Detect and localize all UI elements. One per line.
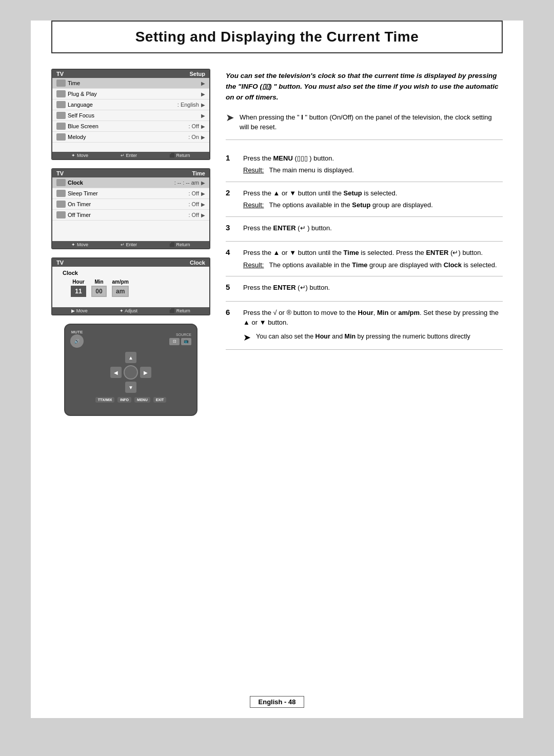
screen1-footer: ✦ Move ↵ Enter ⬛ Return — [52, 152, 209, 159]
dpad-center[interactable] — [124, 365, 138, 380]
tip-arrow-icon: ➤ — [226, 111, 234, 124]
step-6: 6 Press the √ or ® button to move to the… — [226, 302, 503, 350]
screen1-row-bluescreen: Blue Screen : Off ▶ — [52, 121, 209, 132]
screen1-icon-plug — [56, 90, 66, 97]
screen1-icon-language — [56, 101, 66, 108]
step-1-result: Result: The main menu is displayed. — [243, 165, 503, 175]
screen2-row-on: On Timer : Off ▶ — [52, 199, 209, 210]
dpad-up[interactable]: ▲ — [125, 352, 136, 363]
two-col-layout: TV Setup Time ▶ Plug & Play ▶ — [31, 69, 523, 416]
mute-button[interactable]: 🔊 — [70, 334, 84, 348]
tv-btn[interactable]: 📺 — [181, 338, 191, 345]
screen1-label-time: Time — [68, 80, 199, 86]
screen2-row-sleep: Sleep Timer : Off ▶ — [52, 188, 209, 199]
step-3: 3 Press the ENTER (↵ ) button. — [226, 217, 503, 242]
step-6-main: Press the √ or ® button to move to the H… — [243, 308, 503, 328]
dpad-right[interactable]: ▶ — [140, 367, 151, 378]
screen1-row-melody: Melody : On ▶ — [52, 132, 209, 143]
screen1-row-time: Time ▶ — [52, 78, 209, 89]
screen3-header: TV Clock — [52, 258, 209, 267]
screen1-label-language: Language — [68, 102, 175, 108]
clock-title: Clock — [63, 270, 203, 276]
step-5-content: Press the ENTER (↵) button. — [243, 283, 503, 295]
step-1-content: Press the MENU (▯▯▯ ) button. Result: Th… — [243, 153, 503, 175]
step-5-number: 5 — [226, 283, 236, 291]
screen1-label-selffocus: Self Focus — [68, 112, 199, 118]
min-value: 00 — [91, 286, 107, 297]
hour-value: 11 — [71, 286, 86, 297]
screen1-header-right: Setup — [189, 71, 205, 77]
page-footer: English - 48 — [31, 696, 523, 708]
step-2-content: Press the ▲ or ▼ button until the Setup … — [243, 188, 503, 210]
step-6-number: 6 — [226, 308, 236, 316]
screen3-footer: ▶ Move ✦ Adjust ⬛ Return — [52, 307, 209, 314]
step-2-result-label: Result: — [243, 200, 264, 210]
step-4-result: Result: The options available in the Tim… — [243, 260, 503, 270]
step-2-result-text: The options available in the Setup group… — [269, 200, 432, 210]
step-1-result-text: The main menu is displayed. — [269, 165, 353, 175]
tip-text: When pressing the " I " button (On/Off) … — [240, 112, 503, 132]
step-1-main: Press the MENU (▯▯▯ ) button. — [243, 153, 503, 164]
min-label: Min — [94, 279, 103, 285]
screen3-header-left: TV — [56, 260, 64, 266]
screen2-icon-on — [56, 201, 66, 208]
step-2-result: Result: The options available in the Set… — [243, 200, 503, 210]
screen2-icon-sleep — [56, 190, 66, 197]
footer-text: English - 48 — [250, 696, 305, 708]
left-column: TV Setup Time ▶ Plug & Play ▶ — [51, 69, 210, 416]
step-4-content: Press the ▲ or ▼ button until the Time i… — [243, 248, 503, 270]
dpad-down[interactable]: ▼ — [125, 382, 136, 393]
step-5-main: Press the ENTER (↵) button. — [243, 283, 503, 293]
screen1-row-selffocus: Self Focus ▶ — [52, 110, 209, 121]
screen2-time: TV Time Clock : -- : -- am ▶ Sleep Timer… — [51, 168, 210, 249]
info-btn[interactable]: INFO — [117, 397, 131, 403]
screen1-label-plug: Plug & Play — [68, 91, 199, 97]
subtip-arrow-icon: ➤ — [243, 332, 251, 343]
screen1-header: TV Setup — [52, 70, 209, 78]
step-1-number: 1 — [226, 153, 236, 162]
source-btn[interactable]: ⊡ — [169, 338, 180, 345]
step-2: 2 Press the ▲ or ▼ button until the Setu… — [226, 182, 503, 217]
screen3-inner: Clock Hour 11 Min 00 — [52, 267, 209, 307]
screen1-setup: TV Setup Time ▶ Plug & Play ▶ — [51, 69, 210, 160]
screen1-icon-melody — [56, 133, 66, 141]
screen2-row-off: Off Timer : Off ▶ — [52, 210, 209, 221]
screen1-label-melody: Melody — [68, 134, 186, 140]
screen3-clock: TV Clock Clock Hour 11 — [51, 257, 210, 315]
screen3-header-right: Clock — [190, 260, 205, 266]
step-2-number: 2 — [226, 188, 236, 197]
subtip-text: You can also set the Hour and Min by pre… — [256, 332, 470, 342]
screen2-header-right: Time — [192, 170, 205, 176]
intro-text: You can set the television's clock so th… — [226, 69, 503, 103]
screen1-row-language: Language : English ▶ — [52, 100, 209, 110]
step-2-main: Press the ▲ or ▼ button until the Setup … — [243, 188, 503, 198]
page: Setting and Displaying the Current Time … — [0, 0, 554, 756]
step-4-result-text: The options available in the Time group … — [269, 260, 497, 270]
content-area: Setting and Displaying the Current Time … — [31, 21, 523, 718]
screen1-label-bluescreen: Blue Screen — [68, 123, 186, 129]
step-4-result-label: Result: — [243, 260, 264, 270]
step-6-content: Press the √ or ® button to move to the H… — [243, 308, 503, 343]
screen2-icon-clock — [56, 179, 66, 186]
step-4-number: 4 — [226, 248, 236, 256]
menu-btn[interactable]: MENU — [134, 397, 150, 403]
hour-label: Hour — [72, 279, 84, 285]
screen2-icon-off — [56, 211, 66, 218]
exit-btn[interactable]: EXIT — [153, 397, 167, 403]
ttx-btn[interactable]: TTX/MIX — [95, 397, 115, 403]
step-1: 1 Press the MENU (▯▯▯ ) button. Result: … — [226, 147, 503, 182]
screen1-icon-bluescreen — [56, 123, 66, 130]
ampm-value: am — [112, 286, 129, 297]
step-3-content: Press the ENTER (↵ ) button. — [243, 223, 503, 235]
right-column: You can set the television's clock so th… — [226, 69, 503, 416]
screen1-icon-selffocus — [56, 112, 66, 119]
screen2-row-clock: Clock : -- : -- am ▶ — [52, 177, 209, 188]
step-1-result-label: Result: — [243, 165, 264, 175]
ampm-label: am/pm — [112, 279, 129, 285]
screen2-header-left: TV — [56, 170, 64, 176]
step-4-main: Press the ▲ or ▼ button until the Time i… — [243, 248, 503, 258]
clock-fields: Hour 11 Min 00 am/pm am — [71, 279, 203, 297]
remote-control: MUTE 🔊 SOURCE ⊡ 📺 — [64, 324, 197, 416]
title-box: Setting and Displaying the Current Time — [51, 21, 503, 53]
dpad-left[interactable]: ◀ — [110, 367, 122, 378]
